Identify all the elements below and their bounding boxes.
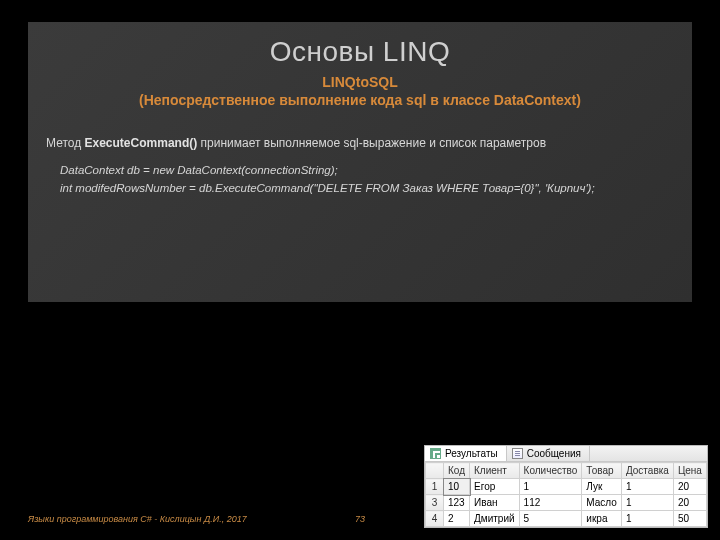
slide-title: Основы LINQ	[28, 36, 692, 68]
cell[interactable]: 10	[444, 479, 470, 495]
table-row[interactable]: 3 123 Иван 112 Масло 1 20	[426, 495, 707, 511]
cell[interactable]: 1	[621, 511, 673, 527]
cell[interactable]: 1	[519, 479, 582, 495]
cell[interactable]: 20	[673, 479, 706, 495]
col-header[interactable]: Клиент	[470, 463, 520, 479]
slide-subtitle: LINQtoSQL	[28, 74, 692, 90]
table-header-row: Код Клиент Количество Товар Доставка Цен…	[426, 463, 707, 479]
row-number: 3	[426, 495, 444, 511]
grid-icon	[430, 448, 441, 459]
cell[interactable]: Лук	[582, 479, 622, 495]
row-number: 1	[426, 479, 444, 495]
col-header[interactable]: Количество	[519, 463, 582, 479]
page-number: 73	[355, 514, 365, 524]
body-text-post: принимает выполняемое sql-выражение и сп…	[197, 136, 546, 150]
slide-subtitle-2: (Непосредственное выполнение кода sql в …	[28, 92, 692, 108]
table-row[interactable]: 4 2 Дмитрий 5 икра 1 50	[426, 511, 707, 527]
results-table: Код Клиент Количество Товар Доставка Цен…	[425, 462, 707, 527]
cell[interactable]: 1	[621, 479, 673, 495]
cell[interactable]: 50	[673, 511, 706, 527]
tab-messages[interactable]: Сообщения	[507, 446, 590, 461]
slide-card: Основы LINQ LINQtoSQL (Непосредственное …	[28, 22, 692, 302]
cell[interactable]: 123	[444, 495, 470, 511]
body-text-pre: Метод	[46, 136, 85, 150]
rownum-header	[426, 463, 444, 479]
cell[interactable]: Дмитрий	[470, 511, 520, 527]
code-block: DataContext db = new DataContext(connect…	[60, 162, 674, 198]
row-number: 4	[426, 511, 444, 527]
results-tabs: Результаты Сообщения	[425, 446, 707, 462]
slide-footer: Языки программирования C# - Кислицын Д.И…	[28, 514, 247, 524]
cell[interactable]: Масло	[582, 495, 622, 511]
cell[interactable]: 1	[621, 495, 673, 511]
col-header[interactable]: Товар	[582, 463, 622, 479]
body-text-strong: ExecuteCommand()	[85, 136, 198, 150]
tab-label: Результаты	[445, 448, 498, 459]
col-header[interactable]: Код	[444, 463, 470, 479]
cell[interactable]: 2	[444, 511, 470, 527]
cell[interactable]: 112	[519, 495, 582, 511]
results-panel: Результаты Сообщения Код Клиент Количест…	[424, 445, 708, 528]
message-icon	[512, 448, 523, 459]
cell[interactable]: Егор	[470, 479, 520, 495]
cell[interactable]: 5	[519, 511, 582, 527]
tab-label: Сообщения	[527, 448, 581, 459]
col-header[interactable]: Цена	[673, 463, 706, 479]
cell[interactable]: 20	[673, 495, 706, 511]
cell[interactable]: Иван	[470, 495, 520, 511]
slide-body: Метод ExecuteCommand() принимает выполня…	[46, 136, 674, 150]
col-header[interactable]: Доставка	[621, 463, 673, 479]
tab-results[interactable]: Результаты	[425, 446, 507, 461]
cell[interactable]: икра	[582, 511, 622, 527]
table-row[interactable]: 1 10 Егор 1 Лук 1 20	[426, 479, 707, 495]
